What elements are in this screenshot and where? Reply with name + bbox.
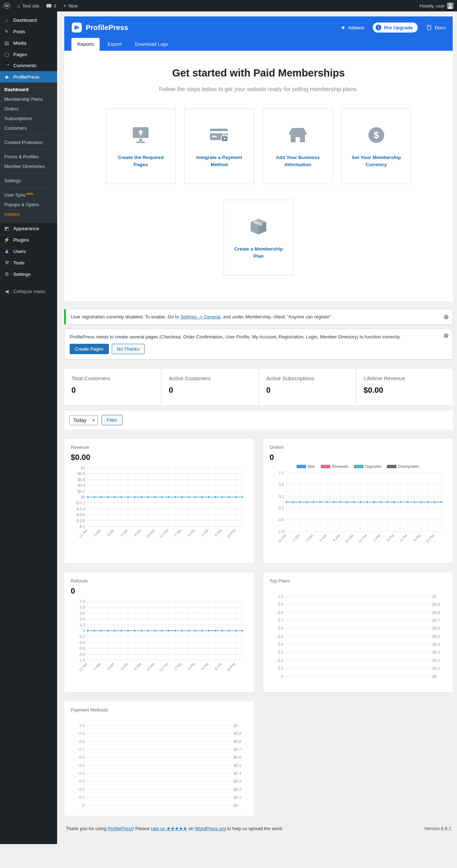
- sidebar-item-comments[interactable]: Comments: [0, 60, 57, 71]
- sidebar-item-profilepress[interactable]: ◈ ProfilePress: [0, 71, 57, 83]
- new-content-menu[interactable]: + New: [60, 0, 81, 11]
- step-business-info-card[interactable]: Add Your Business Information: [263, 108, 333, 184]
- submenu-item-popups-optins[interactable]: Popups & Optins: [0, 200, 57, 209]
- new-label: New: [69, 3, 78, 9]
- tab-download-logs[interactable]: Download Logs: [129, 38, 174, 51]
- addons-link[interactable]: ★ Addons: [341, 25, 364, 30]
- submenu-item-membership-plans[interactable]: Membership Plans: [0, 94, 57, 104]
- svg-text:$0.6: $0.6: [233, 755, 241, 759]
- collapse-menu-button[interactable]: ◀ Collapse menu: [0, 286, 57, 297]
- chart-title: Refunds: [71, 578, 247, 584]
- svg-text:$0.9: $0.9: [233, 731, 241, 735]
- svg-text:12 PM: 12 PM: [159, 662, 169, 673]
- submenu-item-member-directories[interactable]: Member Directories: [0, 162, 57, 171]
- profilepress-footer-link[interactable]: ProfilePress: [108, 826, 133, 831]
- sidebar-item-appearance[interactable]: ◩ Appearance: [0, 223, 57, 234]
- wp-logo-menu[interactable]: W: [0, 0, 14, 11]
- comments-indicator[interactable]: 0: [43, 0, 60, 11]
- submenu-item-customers[interactable]: Customers: [0, 123, 57, 133]
- svg-text:4 PM: 4 PM: [386, 534, 395, 542]
- svg-text:10 AM: 10 AM: [145, 529, 156, 539]
- svg-text:$: $: [374, 130, 379, 140]
- svg-text:2 PM: 2 PM: [372, 534, 381, 542]
- submenu-item-dashboard[interactable]: Dashboard: [0, 85, 57, 94]
- step-currency-card[interactable]: $ Set Your Membership Currency: [341, 108, 411, 184]
- svg-text:6 AM: 6 AM: [120, 529, 129, 537]
- no-thanks-button[interactable]: No Thanks: [112, 344, 145, 354]
- sidebar-item-dashboard[interactable]: ⌂ Dashboard: [0, 14, 57, 26]
- submenu-item-orders[interactable]: Orders: [0, 104, 57, 114]
- site-name-link[interactable]: ⌂ Test site: [14, 0, 43, 11]
- revenue-total: $0.00: [71, 453, 247, 462]
- stats-row: Total Customers 0 Active Customers 0 Act…: [64, 369, 453, 405]
- legend-item-upgrades[interactable]: Upgrades: [354, 464, 382, 468]
- svg-text:-1.0: -1.0: [277, 529, 284, 534]
- svg-text:$0.5: $0.5: [233, 763, 241, 768]
- dismiss-notice-icon[interactable]: ⊗: [443, 332, 449, 339]
- tab-reports[interactable]: Reports: [71, 38, 100, 51]
- howdy-label: Howdy, user: [420, 3, 445, 9]
- sidebar-label: Comments: [13, 63, 36, 68]
- wordpress-org-link[interactable]: WordPress.org: [195, 826, 226, 831]
- svg-text:0.2: 0.2: [278, 494, 284, 499]
- svg-text:$0.9: $0.9: [432, 602, 440, 607]
- dismiss-notice-icon[interactable]: ⊗: [443, 314, 449, 320]
- legend-item-renewals[interactable]: Renewals: [321, 464, 348, 468]
- footer-thankyou: Thank you for using ProfilePress! Please…: [66, 826, 283, 831]
- chart-title: Payment Methods: [71, 707, 247, 713]
- step-payment-method-card[interactable]: Integrate a Payment Method: [184, 108, 254, 184]
- settings-icon: ⚙: [4, 271, 10, 277]
- legend-item-downgrades[interactable]: Downgrades: [387, 464, 419, 468]
- sidebar-item-plugins[interactable]: ⚡ Plugins: [0, 234, 57, 245]
- sidebar-item-tools[interactable]: ⚒ Tools: [0, 257, 57, 268]
- comments-count: 0: [54, 3, 56, 9]
- sidebar-item-users[interactable]: ♟ Users: [0, 245, 57, 257]
- create-pages-button[interactable]: Create Pages: [70, 344, 109, 354]
- plus-icon: +: [63, 3, 66, 8]
- submenu-item-forms-profiles[interactable]: Forms & Profiles: [0, 152, 57, 162]
- step-create-pages-card[interactable]: Create the Required Pages: [106, 108, 176, 184]
- sidebar-label: Settings: [13, 272, 31, 277]
- submenu-item-user-sync[interactable]: User SyncNEW: [0, 190, 57, 200]
- date-range-select[interactable]: Today: [69, 415, 98, 425]
- legend-item-new[interactable]: New: [297, 464, 315, 468]
- submenu-divider: [4, 135, 53, 135]
- sidebar-item-media[interactable]: ▤ Media: [0, 37, 57, 49]
- submenu-item-subscriptions[interactable]: Subscriptions: [0, 114, 57, 123]
- settings-general-link[interactable]: Settings -> General: [180, 314, 220, 319]
- submenu-item-settings[interactable]: Settings: [0, 176, 57, 185]
- svg-text:2 AM: 2 AM: [93, 529, 102, 537]
- svg-text:0.6: 0.6: [278, 626, 283, 631]
- howdy-account-menu[interactable]: Howdy, user: [416, 0, 457, 11]
- filter-button[interactable]: Filter: [101, 415, 122, 425]
- rate-us-link[interactable]: rate us ★★★★★: [151, 826, 187, 831]
- svg-text:0.8: 0.8: [79, 739, 84, 744]
- pro-upgrade-button[interactable]: i Pro Upgrade: [373, 23, 418, 33]
- svg-text:10 AM: 10 AM: [344, 534, 355, 544]
- svg-text:$-0.2: $-0.2: [76, 501, 85, 505]
- submenu-item-content-protection[interactable]: Content Protection: [0, 138, 57, 147]
- svg-text:-1.0: -1.0: [79, 658, 85, 663]
- tab-export[interactable]: Export: [102, 38, 127, 51]
- svg-text:0.9: 0.9: [79, 731, 84, 735]
- chart-title: Orders: [270, 445, 446, 450]
- sidebar-item-settings[interactable]: ⚙ Settings: [0, 268, 57, 280]
- step-label: Integrate a Payment Method: [190, 154, 249, 168]
- home-icon: ⌂: [17, 3, 20, 8]
- svg-text:-0.4: -0.4: [79, 640, 85, 645]
- sidebar-item-posts[interactable]: ✎ Posts: [0, 26, 57, 37]
- submenu-item-addons[interactable]: Addons: [0, 209, 57, 219]
- svg-text:1.0: 1.0: [278, 471, 284, 475]
- sidebar-item-pages[interactable]: ▢ Pages: [0, 49, 57, 60]
- sidebar-label: Dashboard: [13, 18, 37, 23]
- step-membership-plan-card[interactable]: Create a Membership Plan: [224, 200, 293, 276]
- dashboard-icon: ⌂: [4, 17, 10, 23]
- svg-text:0.3: 0.3: [79, 779, 84, 783]
- docs-link[interactable]: Docs: [426, 25, 446, 30]
- admin-footer: Thank you for using ProfilePress! Please…: [64, 816, 453, 842]
- svg-text:0: 0: [82, 803, 85, 808]
- svg-text:1.0: 1.0: [79, 723, 84, 728]
- star-icon: ★: [341, 25, 346, 30]
- svg-text:$0.6: $0.6: [77, 477, 85, 482]
- sidebar-label: Appearance: [13, 226, 39, 231]
